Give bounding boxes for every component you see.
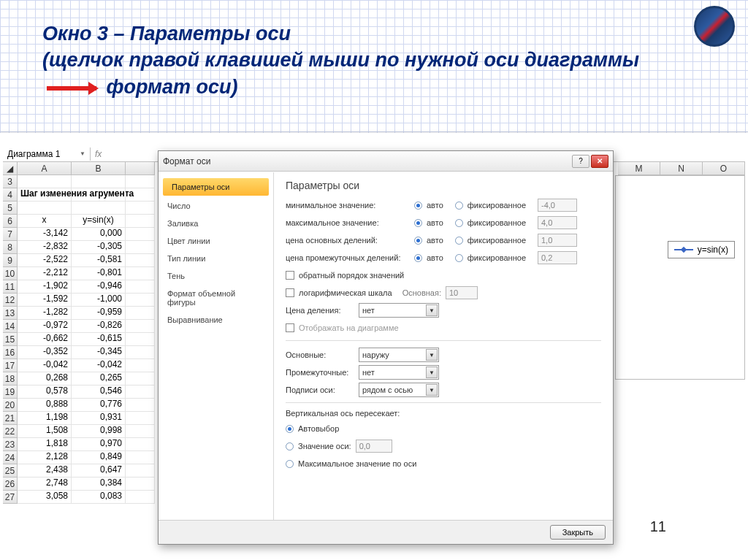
row-header[interactable]: 23 [3, 438, 18, 451]
radio-minor-fixed[interactable] [455, 254, 463, 262]
row-header[interactable]: 16 [3, 346, 18, 359]
col-header[interactable]: O [703, 162, 745, 175]
cell-y[interactable]: 0,265 [72, 372, 126, 386]
cell-x[interactable]: -3,142 [18, 228, 72, 241]
cell-y[interactable]: 0,647 [72, 464, 126, 477]
row-header[interactable]: 24 [3, 451, 18, 464]
section-label[interactable]: Шаг изменения агрумента [18, 188, 72, 202]
combo-major-ticks[interactable]: наружу▼ [359, 348, 439, 362]
input-max[interactable] [538, 216, 577, 229]
close-dialog-button[interactable]: Закрыть [550, 525, 606, 540]
input-cross-value[interactable] [356, 440, 392, 453]
radio-minor-auto[interactable] [414, 254, 422, 262]
cell-y[interactable]: -0,946 [72, 280, 126, 294]
select-all[interactable]: ◢ [3, 162, 18, 175]
cell-y[interactable]: -0,615 [72, 333, 126, 346]
category-3d-format[interactable]: Формат объемной фигуры [159, 285, 273, 311]
cell-y[interactable]: -1,000 [72, 294, 126, 307]
th-x[interactable]: x [18, 215, 72, 228]
cell-y[interactable]: 0,083 [72, 491, 126, 504]
name-box[interactable]: Диаграмма 1 ▼ [3, 147, 91, 161]
row-header[interactable]: 17 [3, 359, 18, 372]
cell-y[interactable]: -0,042 [72, 359, 126, 372]
cell-y[interactable]: -0,305 [72, 241, 126, 254]
row-header[interactable]: 14 [3, 320, 18, 333]
combo-display-unit[interactable]: нет▼ [359, 303, 439, 318]
row-header[interactable]: 20 [3, 399, 18, 412]
dialog-titlebar[interactable]: Формат оси ? ✕ [159, 151, 613, 172]
radio-cross-value[interactable] [286, 442, 294, 450]
col-header[interactable]: N [660, 162, 703, 175]
col-header[interactable]: B [72, 162, 126, 175]
cell-y[interactable]: 0,849 [72, 451, 126, 464]
row-header[interactable]: 9 [3, 254, 18, 267]
row-header[interactable]: 6 [3, 215, 18, 228]
cell-x[interactable]: -0,352 [18, 346, 72, 359]
radio-cross-max[interactable] [286, 460, 294, 468]
radio-max-auto[interactable] [414, 219, 422, 227]
row-header[interactable]: 26 [3, 477, 18, 491]
row-header[interactable]: 10 [3, 267, 18, 280]
category-shadow[interactable]: Тень [159, 267, 273, 285]
radio-max-fixed[interactable] [455, 219, 463, 227]
row-header[interactable]: 19 [3, 386, 18, 399]
cell-x[interactable]: 1,508 [18, 425, 72, 438]
row-header[interactable]: 18 [3, 372, 18, 386]
close-button[interactable]: ✕ [591, 155, 608, 168]
radio-major-auto[interactable] [414, 237, 422, 245]
category-fill[interactable]: Заливка [159, 215, 273, 232]
cell-x[interactable]: -1,282 [18, 307, 72, 320]
radio-major-fixed[interactable] [455, 237, 463, 245]
checkbox-reverse[interactable] [286, 271, 294, 280]
cell-y[interactable]: 0,384 [72, 477, 126, 491]
input-minor[interactable] [538, 251, 577, 264]
cell-y[interactable]: -0,959 [72, 307, 126, 320]
cell-x[interactable]: -1,592 [18, 294, 72, 307]
chart-legend[interactable]: y=sin(x) [668, 241, 735, 258]
cell-x[interactable]: 2,748 [18, 477, 72, 491]
category-number[interactable]: Число [159, 197, 273, 215]
cell-x[interactable]: 2,438 [18, 464, 72, 477]
cell-y[interactable]: -0,581 [72, 254, 126, 267]
combo-axis-labels[interactable]: рядом с осью▼ [359, 383, 439, 397]
cell-y[interactable]: 0,931 [72, 412, 126, 425]
input-major[interactable] [538, 234, 577, 247]
chart-object[interactable] [615, 175, 745, 380]
input-log-base[interactable] [446, 286, 478, 299]
th-y[interactable]: y=sin(x) [72, 215, 126, 228]
cell-x[interactable]: -1,902 [18, 280, 72, 294]
cell-x[interactable]: 0,578 [18, 386, 72, 399]
combo-minor-ticks[interactable]: нет▼ [359, 365, 439, 380]
cell-x[interactable]: 1,198 [18, 412, 72, 425]
checkbox-log[interactable] [286, 288, 294, 297]
help-button[interactable]: ? [572, 155, 589, 168]
cell-x[interactable]: 3,058 [18, 491, 72, 504]
row-header[interactable]: 27 [3, 491, 18, 504]
row-header[interactable]: 5 [3, 202, 18, 215]
cell-x[interactable]: -0,972 [18, 320, 72, 333]
cell-y[interactable]: 0,776 [72, 399, 126, 412]
radio-cross-auto[interactable] [286, 425, 294, 433]
col-header[interactable]: M [618, 162, 660, 175]
row-header[interactable]: 3 [3, 175, 18, 188]
cell-x[interactable]: 0,268 [18, 372, 72, 386]
col-header[interactable] [126, 162, 155, 175]
cell-x[interactable]: 1,818 [18, 438, 72, 451]
cell-x[interactable]: 0,888 [18, 399, 72, 412]
category-axis-options[interactable]: Параметры оси [163, 178, 269, 196]
row-header[interactable]: 22 [3, 425, 18, 438]
radio-min-auto[interactable] [414, 202, 422, 210]
row-header[interactable]: 12 [3, 294, 18, 307]
row-header[interactable]: 25 [3, 464, 18, 477]
category-line-style[interactable]: Тип линии [159, 250, 273, 267]
cell-y[interactable]: 0,970 [72, 438, 126, 451]
cell-y[interactable]: -0,345 [72, 346, 126, 359]
cell-x[interactable]: -2,522 [18, 254, 72, 267]
row-header[interactable]: 11 [3, 280, 18, 294]
row-header[interactable]: 13 [3, 307, 18, 320]
input-min[interactable] [538, 199, 577, 212]
cell-x[interactable]: -0,662 [18, 333, 72, 346]
cell-y[interactable]: -0,826 [72, 320, 126, 333]
cell-y[interactable]: -0,801 [72, 267, 126, 280]
cell-y[interactable]: 0,998 [72, 425, 126, 438]
